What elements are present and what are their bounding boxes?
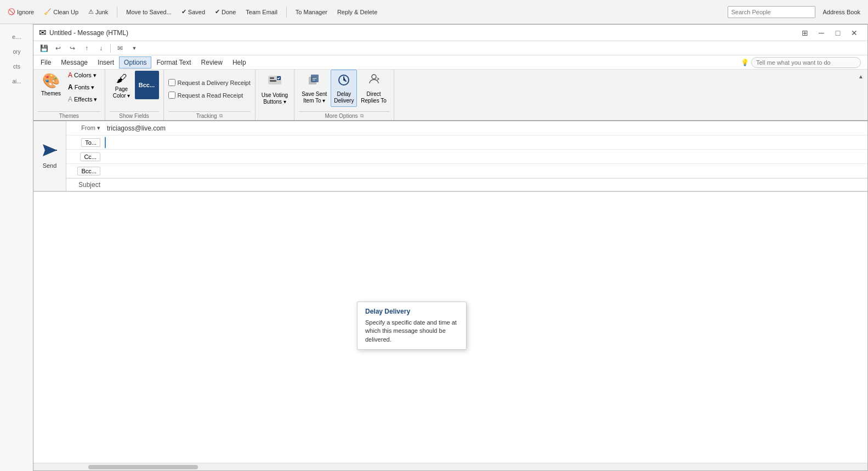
save-qa-button[interactable]: 💾 [38, 43, 50, 54]
close-button[interactable]: ✕ [847, 27, 862, 38]
ignore-button[interactable]: 🚫 Ignore [4, 7, 37, 16]
top-bar: 🚫 Ignore 🧹 Clean Up ⚠ Junk Move to Saved… [0, 0, 868, 24]
qa-dropdown[interactable]: ▼ [128, 43, 140, 54]
more-options-expand-icon[interactable]: ⧉ [360, 113, 364, 119]
svg-point-7 [372, 75, 376, 79]
layout-button[interactable]: ⊞ [797, 27, 813, 38]
minimize-button[interactable]: ─ [814, 27, 829, 38]
tooltip-text: Specify a specific date and time at whic… [365, 319, 458, 344]
tracking-label: Tracking ⧉ [168, 111, 251, 120]
delivery-receipt-checkbox[interactable] [168, 79, 175, 86]
saved-button[interactable]: ✔ Saved [178, 7, 208, 16]
from-label: From ▾ [81, 124, 100, 132]
colors-button[interactable]: A Colors ▾ [65, 70, 100, 81]
undo-button[interactable]: ↩ [52, 43, 64, 54]
to-button[interactable]: To... [81, 138, 100, 147]
direct-replies-label: DirectReplies To [361, 91, 387, 104]
address-book-button[interactable]: Address Book [820, 8, 864, 16]
bottom-scrollbar [33, 463, 867, 470]
menu-insert[interactable]: Insert [93, 56, 119, 69]
delay-delivery-tooltip: Delay Delivery Specify a specific date a… [357, 302, 467, 350]
top-bar-right: Address Book [728, 6, 864, 18]
save-sent-button[interactable]: Save SentItem To ▾ [299, 70, 330, 107]
delay-delivery-icon [337, 72, 351, 90]
team-email-button[interactable]: Team Email [242, 8, 280, 16]
up-button[interactable]: ↑ [81, 43, 93, 54]
cc-button[interactable]: Cc... [80, 152, 100, 161]
menu-format-text[interactable]: Format Text [151, 56, 196, 69]
menu-help[interactable]: Help [228, 56, 251, 69]
voting-buttons-button[interactable]: Use VotingButtons ▾ [259, 70, 291, 108]
sidebar-item-4[interactable]: ai... [0, 74, 33, 89]
read-receipt-checkbox[interactable] [168, 92, 175, 99]
save-sent-label: Save SentItem To ▾ [302, 91, 327, 104]
bcc-row: Bcc... [66, 164, 867, 178]
fonts-button[interactable]: A Fonts ▾ [65, 82, 100, 93]
from-value: triciagoss@live.com [105, 123, 168, 134]
scrollbar-thumb[interactable] [88, 465, 198, 469]
move-to-saved-button[interactable]: Move to Saved... [123, 8, 175, 16]
tracking-expand-icon[interactable]: ⧉ [219, 113, 223, 119]
delay-delivery-button[interactable]: DelayDelivery [331, 70, 357, 107]
send-label: Send [43, 162, 57, 169]
done-icon: ✔ [215, 8, 220, 15]
menu-review[interactable]: Review [196, 56, 228, 69]
menu-message[interactable]: Message [56, 56, 93, 69]
themes-group-items: 🎨 Themes A Colors ▾ A Fonts ▾ A Eff [38, 70, 100, 110]
colors-swatch-icon: A [68, 71, 72, 79]
saved-icon: ✔ [181, 8, 186, 15]
show-fields-label: Show Fields [110, 111, 159, 120]
delivery-receipt-label: Request a Delivery Receipt [178, 80, 251, 86]
sidebar-item-1[interactable]: e.... [0, 30, 33, 44]
search-people-input[interactable] [728, 6, 815, 18]
junk-button[interactable]: ⚠ Junk [85, 7, 111, 16]
maximize-button[interactable]: □ [830, 27, 846, 38]
bcc-field-button[interactable]: Bcc... [77, 167, 100, 175]
themes-icon: 🎨 [42, 72, 60, 89]
page-color-button[interactable]: 🖌 PageColor ▾ [110, 70, 134, 102]
page-color-label: PageColor ▾ [113, 86, 131, 99]
effects-icon: A [68, 95, 72, 103]
cleanup-button[interactable]: 🧹 Clean Up [41, 7, 82, 16]
voting-icon [267, 72, 282, 91]
bcc-input[interactable] [105, 166, 867, 177]
done-button[interactable]: ✔ Done [212, 7, 239, 16]
sidebar-item-2[interactable]: ory [0, 44, 33, 59]
window-controls: ⊞ ─ □ ✕ [797, 27, 862, 38]
redo-button[interactable]: ↪ [66, 43, 78, 54]
email-qa-button[interactable]: ✉ [114, 43, 126, 54]
send-button[interactable]: Send [33, 121, 66, 191]
ribbon-group-more-options: Save SentItem To ▾ DelayDelivery [294, 70, 394, 120]
themes-group-label: Themes [38, 111, 100, 120]
email-body[interactable]: Delay Delivery Specify a specific date a… [33, 192, 867, 463]
compose-area: Send From ▾ triciagoss@live.com To... [33, 121, 867, 463]
bcc-button[interactable]: Bcc... [135, 71, 159, 99]
delivery-receipt-checkbox-label[interactable]: Request a Delivery Receipt [168, 78, 251, 87]
themes-button[interactable]: 🎨 Themes [38, 70, 64, 100]
ribbon-group-voting: Use VotingButtons ▾ [256, 70, 294, 120]
cc-input[interactable] [105, 151, 867, 162]
to-manager-button[interactable]: To Manager [292, 8, 331, 16]
to-input[interactable] [105, 137, 867, 148]
more-options-items: Save SentItem To ▾ DelayDelivery [299, 70, 389, 110]
down-button[interactable]: ↓ [95, 43, 107, 54]
direct-replies-button[interactable]: DirectReplies To [358, 70, 389, 107]
effects-button[interactable]: A Effects ▾ [65, 94, 100, 105]
tell-me-input[interactable] [751, 57, 861, 68]
show-fields-items: 🖌 PageColor ▾ Bcc... [110, 70, 159, 110]
read-receipt-checkbox-label[interactable]: Request a Read Receipt [168, 90, 243, 100]
ribbon-collapse-button[interactable]: ▲ [856, 72, 865, 81]
subject-input[interactable] [105, 179, 867, 191]
themes-label: Themes [41, 90, 61, 97]
sidebar-item-3[interactable]: cts [0, 59, 33, 74]
left-sidebar: e.... ory cts ai... [0, 24, 34, 471]
title-bar: ✉ Untitled - Message (HTML) ⊞ ─ □ ✕ [33, 25, 867, 41]
reply-delete-button[interactable]: Reply & Delete [334, 8, 381, 16]
lightbulb-icon: 💡 [741, 59, 749, 66]
svg-rect-1 [270, 77, 274, 79]
menu-file[interactable]: File [36, 56, 56, 69]
separator [117, 7, 117, 18]
fonts-icon: A [68, 83, 73, 91]
more-options-label: More Options ⧉ [299, 111, 389, 120]
menu-options[interactable]: Options [119, 56, 151, 69]
